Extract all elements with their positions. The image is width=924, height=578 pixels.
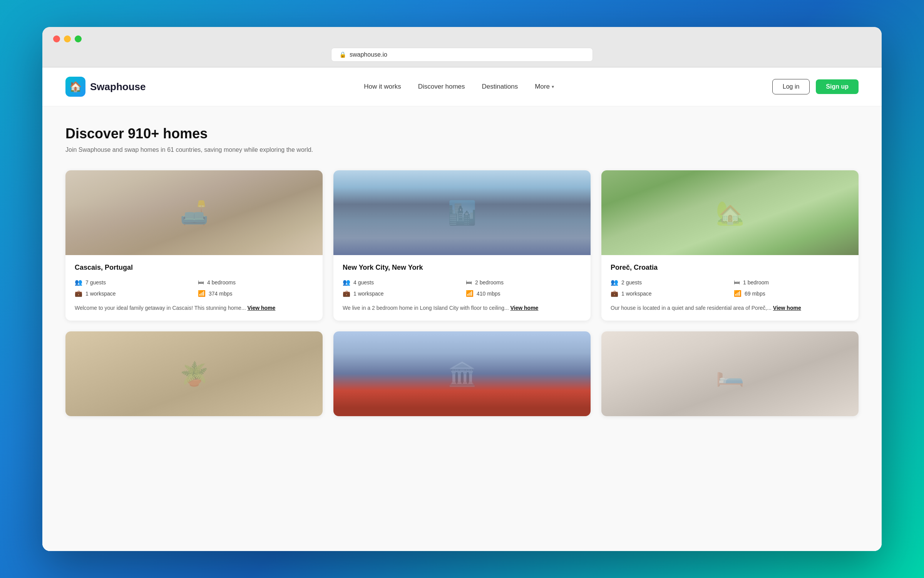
- home-location-cascais: Cascais, Portugal: [75, 264, 313, 272]
- stat-workspace-porec: 💼 1 workspace: [611, 290, 726, 297]
- nav-how-it-works[interactable]: How it works: [364, 83, 401, 91]
- brand-logo-icon: 🏠: [65, 77, 85, 97]
- stat-bedrooms-nyc: 🛏 2 bedrooms: [466, 279, 581, 286]
- wifi-value-nyc: 410 mbps: [477, 291, 500, 297]
- home-card-body-cascais: Cascais, Portugal 👥 7 guests 🛏 4 bedroom…: [65, 255, 323, 321]
- guests-icon-porec: 👥: [611, 279, 618, 286]
- workspace-icon-porec: 💼: [611, 290, 618, 297]
- stat-wifi-porec: 📶 69 mbps: [734, 290, 849, 297]
- home-image-cascais[interactable]: [65, 170, 323, 255]
- page-title: Discover 910+ homes: [65, 126, 859, 142]
- home-location-nyc: New York City, New York: [343, 264, 581, 272]
- guests-value-porec: 2 guests: [621, 279, 642, 286]
- home-description-nyc: We live in a 2 bedroom home in Long Isla…: [343, 304, 581, 312]
- bedrooms-icon: 🛏: [198, 279, 204, 286]
- home-card-cascais: Cascais, Portugal 👥 7 guests 🛏 4 bedroom…: [65, 170, 323, 321]
- home-card-body-nyc: New York City, New York 👥 4 guests 🛏 2 b…: [333, 255, 591, 321]
- address-bar[interactable]: 🔒 swaphouse.io: [331, 48, 593, 62]
- home-image-nyc[interactable]: [333, 170, 591, 255]
- close-button-dot[interactable]: [53, 35, 60, 42]
- bedrooms-value-nyc: 2 bedrooms: [475, 279, 504, 286]
- home-image-porec[interactable]: [601, 170, 859, 255]
- home-description-cascais: Welcome to your ideal family getaway in …: [75, 304, 313, 312]
- home-image-6[interactable]: [601, 331, 859, 416]
- workspace-icon: 💼: [75, 290, 82, 297]
- browser-chrome: 🔒 swaphouse.io: [42, 27, 882, 67]
- guests-value-nyc: 4 guests: [353, 279, 374, 286]
- workspace-value-porec: 1 workspace: [621, 291, 652, 297]
- url-text: swaphouse.io: [350, 51, 387, 58]
- guests-value-cascais: 7 guests: [85, 279, 106, 286]
- home-stats-porec: 👥 2 guests 🛏 1 bedroom 💼 1 workspace: [611, 279, 849, 297]
- signup-button[interactable]: Sign up: [816, 79, 859, 94]
- nav-destinations-label: Destinations: [482, 83, 518, 91]
- guests-icon: 👥: [75, 279, 82, 286]
- maximize-button-dot[interactable]: [75, 35, 82, 42]
- stat-wifi-nyc: 📶 410 mbps: [466, 290, 581, 297]
- view-home-link-nyc[interactable]: View home: [511, 305, 539, 311]
- workspace-icon-nyc: 💼: [343, 290, 350, 297]
- minimize-button-dot[interactable]: [64, 35, 71, 42]
- home-stats-nyc: 👥 4 guests 🛏 2 bedrooms 💼 1 workspace: [343, 279, 581, 297]
- home-card-nyc: New York City, New York 👥 4 guests 🛏 2 b…: [333, 170, 591, 321]
- bedrooms-value-cascais: 4 bedrooms: [207, 279, 236, 286]
- home-image-5[interactable]: [333, 331, 591, 416]
- workspace-value-nyc: 1 workspace: [353, 291, 384, 297]
- bedrooms-icon-porec: 🛏: [734, 279, 740, 286]
- wifi-icon-porec: 📶: [734, 290, 742, 297]
- lock-icon: 🔒: [339, 51, 346, 58]
- stat-workspace-cascais: 💼 1 workspace: [75, 290, 190, 297]
- browser-dots: [53, 35, 871, 42]
- wifi-icon: 📶: [198, 290, 206, 297]
- stat-bedrooms-cascais: 🛏 4 bedrooms: [198, 279, 313, 286]
- homes-grid: Cascais, Portugal 👥 7 guests 🛏 4 bedroom…: [65, 170, 859, 416]
- wifi-value-porec: 69 mbps: [745, 291, 765, 297]
- house-icon: 🏠: [69, 81, 82, 93]
- page-subtitle: Join Swaphouse and swap homes in 61 coun…: [65, 146, 859, 153]
- home-image-4[interactable]: [65, 331, 323, 416]
- home-card-4: [65, 331, 323, 416]
- home-card-6: [601, 331, 859, 416]
- login-button[interactable]: Log in: [772, 79, 810, 94]
- nav-links: How it works Discover homes Destinations…: [364, 83, 554, 91]
- browser-window: 🔒 swaphouse.io 🏠 Swaphouse How it works …: [42, 27, 882, 551]
- home-stats-cascais: 👥 7 guests 🛏 4 bedrooms 💼 1 workspace: [75, 279, 313, 297]
- nav-discover-homes-label: Discover homes: [418, 83, 465, 91]
- bedrooms-value-porec: 1 bedroom: [743, 279, 769, 286]
- nav-how-it-works-label: How it works: [364, 83, 401, 91]
- home-description-porec: Our house is located in a quiet and safe…: [611, 304, 849, 312]
- stat-guests-cascais: 👥 7 guests: [75, 279, 190, 286]
- description-text-cascais: Welcome to your ideal family getaway in …: [75, 305, 246, 311]
- navbar: 🏠 Swaphouse How it works Discover homes …: [42, 67, 882, 106]
- address-bar-container: 🔒 swaphouse.io: [53, 48, 871, 62]
- brand-name: Swaphouse: [90, 81, 146, 93]
- description-text-porec: Our house is located in a quiet and safe…: [611, 305, 772, 311]
- description-text-nyc: We live in a 2 bedroom home in Long Isla…: [343, 305, 509, 311]
- main-content: Discover 910+ homes Join Swaphouse and s…: [42, 106, 882, 551]
- nav-more[interactable]: More ▾: [535, 83, 554, 91]
- home-location-porec: Poreč, Croatia: [611, 264, 849, 272]
- nav-more-label: More: [535, 83, 550, 91]
- view-home-link-porec[interactable]: View home: [773, 305, 801, 311]
- nav-destinations[interactable]: Destinations: [482, 83, 518, 91]
- wifi-value-cascais: 374 mbps: [209, 291, 232, 297]
- home-card-body-porec: Poreč, Croatia 👥 2 guests 🛏 1 bedroom: [601, 255, 859, 321]
- brand-logo-area[interactable]: 🏠 Swaphouse: [65, 77, 146, 97]
- stat-wifi-cascais: 📶 374 mbps: [198, 290, 313, 297]
- stat-guests-porec: 👥 2 guests: [611, 279, 726, 286]
- bedrooms-icon-nyc: 🛏: [466, 279, 472, 286]
- stat-guests-nyc: 👥 4 guests: [343, 279, 458, 286]
- stat-workspace-nyc: 💼 1 workspace: [343, 290, 458, 297]
- nav-actions: Log in Sign up: [772, 79, 859, 94]
- stat-bedrooms-porec: 🛏 1 bedroom: [734, 279, 849, 286]
- home-card-porec: Poreč, Croatia 👥 2 guests 🛏 1 bedroom: [601, 170, 859, 321]
- workspace-value-cascais: 1 workspace: [85, 291, 116, 297]
- view-home-link-cascais[interactable]: View home: [247, 305, 275, 311]
- wifi-icon-nyc: 📶: [466, 290, 474, 297]
- chevron-down-icon: ▾: [552, 84, 554, 89]
- guests-icon-nyc: 👥: [343, 279, 350, 286]
- website-content: 🏠 Swaphouse How it works Discover homes …: [42, 67, 882, 551]
- home-card-5: [333, 331, 591, 416]
- nav-discover-homes[interactable]: Discover homes: [418, 83, 465, 91]
